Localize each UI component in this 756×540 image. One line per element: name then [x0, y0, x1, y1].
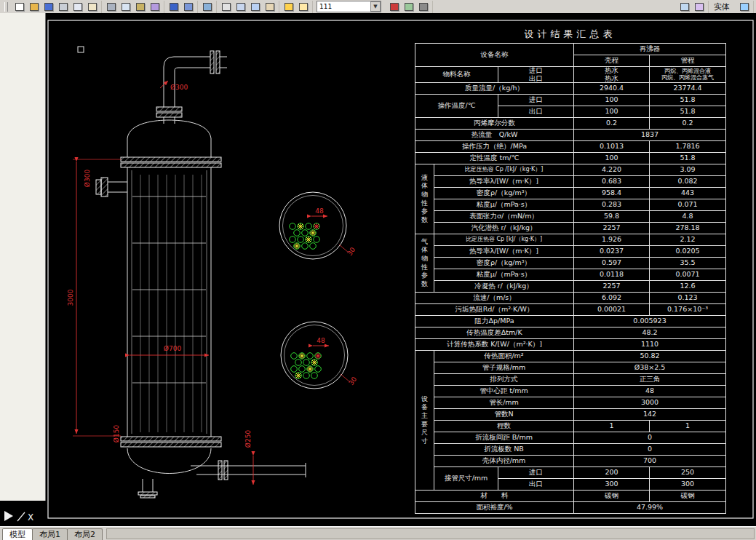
- table-cell: 传热温度差Δtm/K: [415, 327, 574, 339]
- table-cell: 粘度μ/（mPa·s）: [434, 199, 574, 211]
- table-cell: 4.8: [650, 211, 726, 223]
- table-row: 热导率λ/[W/（m·K）]0.02370.0205: [415, 246, 726, 258]
- spelling-icon[interactable]: [85, 1, 99, 13]
- table-cell: 流速/（m/s）: [415, 293, 574, 304]
- drawing-canvas[interactable]: Ø300 Ø300 3000 Ø700 Ø150 Ø250: [0, 13, 756, 527]
- table-row: 排列方式正三角: [415, 374, 726, 386]
- table-cell: 热导率λ/[W/（m·K）]: [434, 246, 574, 258]
- table-cell: Ø38×2.5: [574, 362, 726, 374]
- print-preview-icon[interactable]: [71, 1, 84, 13]
- pan-icon[interactable]: [219, 1, 233, 13]
- horizontal-scrollbar[interactable]: [106, 528, 755, 539]
- layer-combo-value: 111: [319, 3, 370, 10]
- properties-icon[interactable]: [737, 1, 751, 13]
- table-cell: 面积裕度/%: [415, 502, 574, 514]
- save-icon[interactable]: [41, 1, 55, 13]
- table-cell: 250: [650, 467, 726, 479]
- zoom-window-icon[interactable]: [248, 1, 262, 13]
- open-file-icon[interactable]: [27, 1, 41, 13]
- table-cell: 1: [574, 421, 650, 432]
- table-cell: 200: [574, 467, 650, 479]
- table-cell: 操作压力（绝）/MPa: [415, 141, 574, 153]
- table-cell: 51.8: [650, 106, 726, 118]
- table-cell: 定性温度 tm/℃: [415, 153, 574, 164]
- table-cell: 4.220: [574, 164, 650, 176]
- table-row: 热流量 Q/kW1837: [415, 130, 726, 141]
- table-cell: 0.2: [650, 118, 726, 130]
- table-cell: 正三角: [574, 374, 726, 386]
- copy-icon[interactable]: [119, 1, 132, 13]
- table-cell: 0.176×10⁻³: [650, 304, 726, 316]
- dim-top-nozzle: Ø300: [170, 84, 188, 91]
- viewport-marker: [78, 47, 84, 52]
- table-cell: 管子规格/mm: [434, 362, 574, 374]
- tab-layout1[interactable]: 布局1: [32, 528, 68, 540]
- table-row: 程数11: [415, 421, 726, 432]
- layers-icon[interactable]: [282, 1, 295, 13]
- table-cell: 丙烯摩尔分数: [415, 118, 574, 130]
- table-cell: 粘度μ/（mPa·s）: [434, 269, 574, 281]
- table-cell: 12.6: [650, 281, 726, 293]
- dim-bottom-nozzle: Ø250: [244, 430, 252, 448]
- lineweight-icon[interactable]: [416, 1, 430, 13]
- table-cell: 0.123: [650, 293, 726, 304]
- match-properties-icon[interactable]: [148, 1, 162, 13]
- tab-layout2[interactable]: 布局2: [67, 528, 103, 540]
- redo-icon[interactable]: [181, 1, 195, 13]
- table-row: 阻力Δp/MPa0.005923: [415, 316, 726, 327]
- table-row: 密度ρ/（kg/m³）0.59735.5: [415, 258, 726, 269]
- tab-model[interactable]: 模型: [2, 528, 33, 540]
- table-cell: 操作温度/℃: [415, 95, 498, 118]
- table-cell: 程数: [434, 421, 574, 432]
- chevron-down-icon[interactable]: ▼: [370, 1, 381, 12]
- layer-combo[interactable]: 111▼: [317, 1, 381, 12]
- table-cell: 1.7816: [650, 141, 726, 153]
- dimension-style-icon[interactable]: [692, 1, 706, 13]
- table-cell: 密度ρ/（kg/m³）: [434, 188, 574, 199]
- cut-icon[interactable]: [104, 1, 118, 13]
- table-cell: 300: [574, 479, 650, 491]
- print-icon[interactable]: [56, 1, 70, 13]
- table-cell: 比定压热容 Cp [kJ/（kg·K）]: [434, 234, 574, 246]
- table-cell: 碳钢: [574, 491, 650, 502]
- table-cell: 碳钢: [650, 491, 726, 502]
- table-cell: 热流量 Q/kW: [415, 130, 574, 141]
- table-cell: 0.082: [650, 176, 726, 188]
- undo-icon[interactable]: [167, 1, 180, 13]
- table-cell: 0.0071: [650, 269, 726, 281]
- dim-drain-nozzle: Ø150: [113, 425, 120, 443]
- table-row: 表面张力σ/（mN/m）59.84.8: [415, 211, 726, 223]
- table-cell: 管中心距 t/mm: [434, 386, 574, 397]
- table-cell: 0: [574, 432, 726, 444]
- table-cell: 100: [574, 106, 650, 118]
- table-cell: 35.5: [650, 258, 726, 269]
- paste-icon[interactable]: [133, 1, 147, 13]
- table-cell: 管数N: [434, 409, 574, 421]
- table-cell: 48: [574, 386, 726, 397]
- text-style-icon[interactable]: [677, 1, 691, 13]
- table-cell: 278.18: [650, 223, 726, 234]
- table-cell: 0.0237: [574, 246, 650, 258]
- table-row: 传热温度差Δtm/K48.2: [415, 327, 726, 339]
- color-control-icon[interactable]: [387, 1, 401, 13]
- table-row: 设 备 主 要 尺 寸传热面积/m²50.82: [415, 351, 726, 362]
- toolbar: 111▼实体: [0, 0, 756, 14]
- zoom-realtime-icon[interactable]: [234, 1, 247, 13]
- ucs-x-label: X: [28, 512, 33, 523]
- zoom-previous-icon[interactable]: [263, 1, 276, 13]
- table-row: 丙烯摩尔分数0.20.2: [415, 118, 726, 130]
- table-cell: 0.2: [574, 118, 650, 130]
- insert-hyperlink-icon[interactable]: [200, 1, 214, 13]
- table-cell: 0.071: [650, 199, 726, 211]
- table-cell: 50.82: [574, 351, 726, 362]
- table-row: 液 体 物 性 参 数比定压热容 Cp /[kJ/（kg·K）]4.2203.0…: [415, 164, 726, 176]
- table-cell: 热水 热水: [574, 67, 650, 83]
- tube-layout-detail-2: 48 30: [281, 322, 358, 389]
- linetype-icon[interactable]: [402, 1, 415, 13]
- layer-previous-icon[interactable]: [296, 1, 310, 13]
- new-file-icon[interactable]: [12, 1, 26, 13]
- table-cell: 丙烷、丙烯混合液 丙烷、丙烯混合蒸气: [650, 67, 726, 83]
- table-row: 质量流量/（kg/h）2940.423774.4: [415, 83, 726, 95]
- table-row: 汽化潜热 r/（kJ/kg）2257278.18: [415, 223, 726, 234]
- toolbar-grip[interactable]: [4, 2, 8, 12]
